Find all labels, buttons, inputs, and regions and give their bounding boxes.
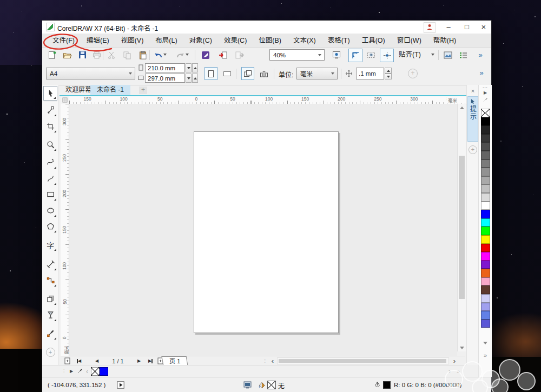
units-combobox[interactable]: 毫米: [296, 68, 338, 79]
crop-tool[interactable]: [43, 119, 57, 134]
palette-swatch[interactable]: [481, 235, 490, 244]
docker-close-icon[interactable]: ×: [469, 87, 477, 95]
horizontal-ruler[interactable]: 15010050050100150200250300350: [69, 96, 469, 104]
palette-swatch[interactable]: [481, 261, 490, 269]
palette-swatch[interactable]: [481, 125, 490, 134]
options-list-icon[interactable]: [457, 49, 470, 61]
palette-swatch[interactable]: [481, 277, 490, 286]
scroll-up-button[interactable]: [458, 104, 466, 111]
doc-palette-eyedropper-icon[interactable]: [76, 367, 83, 376]
propbar-overflow-button[interactable]: »: [475, 67, 488, 79]
import-icon[interactable]: [216, 49, 229, 61]
application-launcher-icon[interactable]: [199, 49, 212, 61]
palette-swatch[interactable]: [481, 184, 490, 193]
copy-icon[interactable]: [121, 49, 134, 61]
menu-item[interactable]: 效果(C): [218, 34, 253, 48]
doc-palette-flyout-icon[interactable]: ▶: [68, 367, 75, 376]
palette-swatch[interactable]: [481, 168, 490, 176]
account-icon[interactable]: [424, 22, 436, 33]
palette-swatch[interactable]: [481, 109, 490, 117]
menu-item[interactable]: 工具(O): [356, 34, 391, 48]
previous-page-button[interactable]: ◀: [93, 357, 101, 365]
show-rulers-toggle[interactable]: [348, 49, 362, 62]
freehand-tool[interactable]: [43, 155, 57, 170]
palette-swatch[interactable]: [481, 134, 490, 143]
h-scroll-left-button[interactable]: ‹: [269, 357, 276, 365]
palette-overflow-icon[interactable]: »: [479, 352, 492, 358]
menu-item[interactable]: 编辑(E): [81, 34, 115, 48]
next-page-button[interactable]: ▶: [135, 357, 143, 365]
palette-swatch[interactable]: [481, 285, 490, 294]
palette-swatch[interactable]: [481, 218, 490, 227]
menu-item[interactable]: 文本(X): [287, 34, 322, 48]
first-page-button[interactable]: ◀: [75, 357, 83, 365]
connector-tool[interactable]: [43, 273, 57, 288]
palette-swatch[interactable]: [481, 244, 490, 253]
nudge-decrease[interactable]: [385, 74, 392, 79]
text-tool[interactable]: 字: [43, 237, 57, 252]
page-height-decrease[interactable]: [186, 74, 192, 83]
palette-scroll-down-icon[interactable]: [479, 344, 492, 352]
menu-item[interactable]: 视图(V): [115, 34, 150, 48]
drop-shadow-tool[interactable]: [43, 291, 57, 306]
palette-swatch[interactable]: [481, 311, 490, 320]
doc-palette-swatch[interactable]: [100, 367, 108, 376]
horizontal-scrollbar[interactable]: [277, 357, 449, 364]
nudge-offset-input[interactable]: .1 mm: [356, 68, 384, 79]
ruler-origin-button[interactable]: [61, 96, 70, 104]
palette-swatch[interactable]: [481, 294, 490, 303]
zoom-tool[interactable]: [43, 137, 57, 152]
snap-dropdown-icon[interactable]: [431, 54, 434, 56]
palette-swatch[interactable]: [481, 117, 490, 126]
palette-swatch[interactable]: [481, 176, 490, 185]
palette-swatch[interactable]: [481, 227, 490, 235]
zoom-level-combobox[interactable]: 40%: [269, 49, 325, 61]
doc-palette-scroll-left[interactable]: ‹: [84, 367, 90, 376]
add-property-icon[interactable]: +: [408, 69, 418, 78]
palette-drag-handle[interactable]: •••: [479, 86, 492, 89]
h-scroll-right-button[interactable]: ›: [451, 357, 458, 365]
toolbar-overflow-button[interactable]: »: [474, 49, 487, 61]
drawing-canvas[interactable]: [69, 104, 457, 356]
scroll-down-button[interactable]: [458, 344, 466, 351]
palette-swatch[interactable]: [481, 320, 490, 328]
vertical-scrollbar[interactable]: [457, 104, 466, 351]
menu-item[interactable]: 表格(T): [322, 34, 356, 48]
snap-to-toggle[interactable]: [380, 49, 394, 62]
palette-swatch[interactable]: [481, 210, 490, 218]
document-page[interactable]: [194, 131, 339, 333]
page-1-tab[interactable]: 页 1: [162, 356, 188, 366]
landscape-orientation-button[interactable]: [221, 67, 234, 80]
palette-swatch[interactable]: [481, 269, 490, 277]
page-height-increase[interactable]: [192, 74, 198, 83]
palette-swatch[interactable]: [481, 202, 490, 210]
snap-menu-button[interactable]: 贴齐(T): [399, 48, 421, 62]
color-eyedropper-tool[interactable]: [43, 326, 57, 341]
docker-add-icon[interactable]: +: [469, 145, 477, 154]
palette-swatch[interactable]: [481, 151, 490, 160]
page-size-combobox[interactable]: A4: [46, 68, 135, 79]
play-details-icon[interactable]: [117, 377, 124, 392]
doc-palette-swatch[interactable]: [91, 367, 100, 376]
add-page-icon-left[interactable]: [63, 357, 71, 365]
polygon-tool[interactable]: [43, 219, 57, 234]
nudge-increase[interactable]: [385, 68, 392, 74]
vertical-scrollbar-thumb[interactable]: [459, 156, 465, 299]
tab-current-document[interactable]: 未命名 -1: [90, 85, 130, 95]
doc-palette-handle[interactable]: ⋮: [62, 367, 66, 376]
new-document-icon[interactable]: [45, 49, 58, 61]
page-layout-button[interactable]: [258, 67, 270, 80]
options-image-icon[interactable]: [441, 49, 454, 61]
new-document-tab-button[interactable]: +: [139, 87, 147, 94]
print-icon[interactable]: [90, 49, 103, 61]
page-width-increase[interactable]: [192, 63, 198, 72]
redo-dropdown-icon[interactable]: [186, 54, 189, 56]
menu-item[interactable]: 帮助(H): [427, 34, 462, 48]
cut-icon[interactable]: [105, 49, 118, 61]
undo-dropdown-icon[interactable]: [163, 54, 167, 56]
page-width-decrease[interactable]: [186, 63, 192, 72]
palette-swatch[interactable]: [481, 160, 490, 168]
export-icon[interactable]: [233, 49, 246, 61]
menu-item[interactable]: 位图(B): [253, 34, 287, 48]
redo-icon[interactable]: [174, 49, 187, 61]
